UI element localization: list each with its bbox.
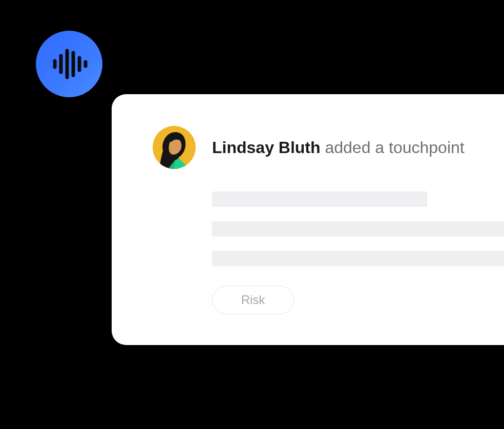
audio-waveform-icon <box>49 44 90 84</box>
content-placeholder-line <box>212 251 504 266</box>
touchpoint-card: Lindsay Bluth added a touchpoint Risk <box>112 94 504 345</box>
activity-action: added a touchpoint <box>325 138 464 157</box>
content-placeholder-line <box>212 221 504 237</box>
avatar-illustration <box>153 126 196 169</box>
card-body: Risk <box>212 191 504 314</box>
audio-waveform-badge <box>36 31 102 97</box>
tag-pill-risk[interactable]: Risk <box>212 286 294 314</box>
actor-name: Lindsay Bluth <box>212 138 321 157</box>
card-header: Lindsay Bluth added a touchpoint <box>153 126 504 169</box>
avatar <box>153 126 196 169</box>
content-placeholder-line <box>212 191 427 207</box>
activity-headline: Lindsay Bluth added a touchpoint <box>212 137 465 158</box>
tag-label: Risk <box>241 293 265 307</box>
